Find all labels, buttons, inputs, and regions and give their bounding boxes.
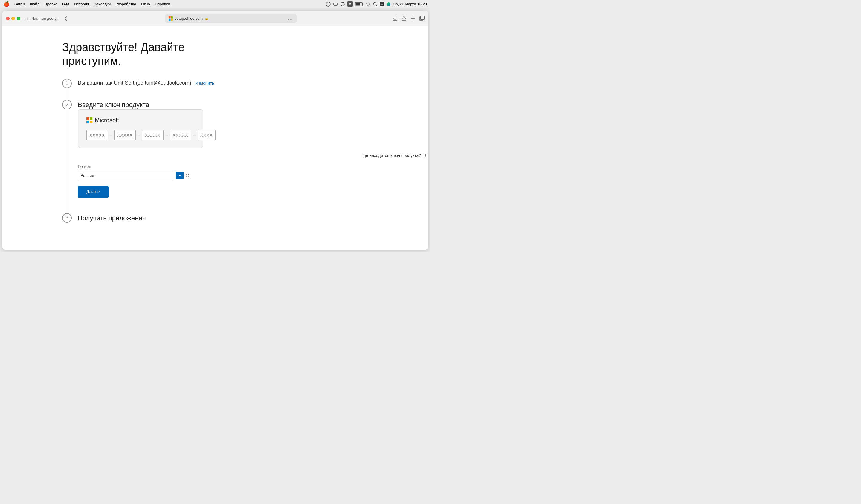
step-1-content: Вы вошли как Unit Soft (softunit@outlook… — [78, 79, 428, 92]
key-hint-help-button[interactable]: ? — [423, 153, 428, 158]
menu-bookmarks[interactable]: Закладки — [92, 2, 113, 6]
svg-rect-17 — [169, 18, 171, 21]
svg-rect-9 — [380, 2, 382, 4]
page-title-line2: приступим. — [62, 54, 428, 68]
close-window-button[interactable] — [6, 17, 10, 20]
menu-help[interactable]: Справка — [152, 2, 173, 6]
key-sep-4: – — [193, 133, 196, 138]
new-tab-button[interactable] — [410, 16, 415, 21]
step-3-indicator: 3 — [62, 213, 72, 223]
key-sep-1: – — [110, 133, 112, 138]
back-button[interactable] — [63, 15, 69, 22]
step-3-wrapper: 3 Получить приложения — [62, 213, 428, 223]
svg-line-8 — [376, 5, 377, 6]
key-field-4[interactable] — [170, 130, 191, 140]
menu-history[interactable]: История — [72, 2, 92, 6]
share-button[interactable] — [401, 16, 407, 21]
step-1-wrapper: 1 Вы вошли как Unit Soft (softunit@outlo… — [62, 79, 428, 92]
download-button[interactable] — [392, 16, 398, 21]
region-help-button[interactable]: ? — [186, 173, 191, 178]
step-3-label: Получить приложения — [78, 214, 428, 222]
key-field-5[interactable] — [197, 130, 216, 140]
svg-point-0 — [326, 2, 330, 6]
minimize-window-button[interactable] — [11, 17, 15, 20]
key-hint: Где находится ключ продукта? ? — [78, 153, 428, 158]
step-1: 1 Вы вошли как Unit Soft (softunit@outlo… — [62, 79, 428, 92]
step-3-circle: 3 — [62, 213, 72, 223]
menu-view[interactable]: Вид — [60, 2, 72, 6]
step-1-text: Вы вошли как Unit Soft (softunit@outlook… — [78, 80, 191, 86]
svg-rect-5 — [355, 3, 360, 5]
product-key-card: Microsoft – – – – — [78, 109, 203, 148]
menu-develop[interactable]: Разработка — [113, 2, 138, 6]
key-hint-text: Где находится ключ продукта? — [361, 153, 421, 158]
fullscreen-window-button[interactable] — [17, 17, 20, 20]
step-2-wrapper: 2 Введите ключ продукта — [62, 100, 428, 205]
step-1-circle: 1 — [62, 79, 72, 88]
key-inputs: – – – – — [86, 130, 195, 140]
ms-favicon — [169, 16, 173, 21]
svg-rect-13 — [26, 17, 30, 20]
ms-logo-blue — [86, 121, 89, 123]
browser-window: Частный доступ setup.office.c — [2, 11, 428, 250]
sidebar-toggle-button[interactable]: Частный доступ — [24, 15, 60, 22]
step-2-circle: 2 — [62, 100, 72, 109]
svg-rect-18 — [171, 18, 173, 21]
next-button[interactable]: Далее — [78, 186, 109, 197]
page-title: Здравствуйте! Давайте приступим. — [62, 41, 428, 68]
ms-brand: Microsoft — [86, 117, 195, 124]
region-select-button[interactable] — [176, 172, 183, 179]
sidebar-label: Частный доступ — [32, 16, 58, 21]
wifi-icon — [366, 2, 371, 6]
ms-logo-red — [86, 118, 89, 120]
svg-rect-11 — [380, 4, 382, 6]
svg-rect-10 — [382, 2, 384, 4]
battery-icon — [355, 2, 364, 6]
page-content: Здравствуйте! Давайте приступим. 1 Вы во… — [2, 26, 428, 250]
search-icon-menu — [373, 2, 377, 6]
address-bar[interactable]: setup.office.com 🔒 … — [165, 14, 297, 23]
svg-rect-15 — [169, 16, 171, 18]
page-title-line1: Здравствуйте! Давайте — [62, 41, 428, 54]
lock-icon: 🔒 — [204, 16, 209, 20]
svg-point-6 — [368, 5, 369, 6]
step-1-indicator: 1 — [62, 79, 72, 88]
system-icon — [326, 2, 331, 6]
change-link[interactable]: Изменить — [195, 81, 214, 85]
region-select[interactable]: Россия — [78, 171, 174, 180]
key-sep-2: – — [137, 133, 140, 138]
system-icon2 — [333, 2, 338, 6]
address-bar-container: setup.office.com 🔒 … — [71, 14, 390, 23]
step-2: 2 Введите ключ продукта — [62, 100, 428, 205]
ms-logo-yellow — [90, 121, 92, 123]
menu-safari[interactable]: Safari — [12, 2, 27, 6]
key-field-3[interactable] — [142, 130, 164, 140]
menubar: 🍎 Safari Файл Правка Вид История Закладк… — [0, 0, 430, 8]
tabs-button[interactable] — [419, 16, 424, 21]
svg-rect-1 — [333, 3, 337, 5]
url-text: setup.office.com — [175, 16, 203, 21]
key-field-2[interactable] — [114, 130, 136, 140]
browser-actions — [392, 16, 424, 21]
menu-file[interactable]: Файл — [27, 2, 42, 6]
step-2-content: Введите ключ продукта Microsoft — [78, 100, 428, 205]
browser-chrome: Частный доступ setup.office.c — [2, 11, 428, 26]
menubar-right: A Ср, 22 марта 16:29 — [326, 1, 427, 6]
key-field-1[interactable] — [86, 130, 108, 140]
region-label: Регион — [78, 164, 428, 169]
more-options-button[interactable]: … — [288, 15, 293, 22]
ms-logo-green — [90, 118, 92, 120]
svg-rect-16 — [171, 16, 173, 18]
control-center-icon — [380, 2, 384, 6]
step-3-content: Получить приложения — [78, 213, 428, 223]
system-icon3 — [340, 2, 345, 6]
svg-rect-25 — [421, 16, 424, 20]
svg-rect-4 — [362, 3, 363, 5]
key-sep-3: – — [165, 133, 168, 138]
step-3: 3 Получить приложения — [62, 213, 428, 223]
ms-logo — [86, 118, 92, 123]
svg-rect-12 — [382, 4, 384, 6]
apple-menu[interactable]: 🍎 — [3, 1, 10, 7]
menu-edit[interactable]: Правка — [42, 2, 60, 6]
menu-window[interactable]: Окно — [139, 2, 152, 6]
